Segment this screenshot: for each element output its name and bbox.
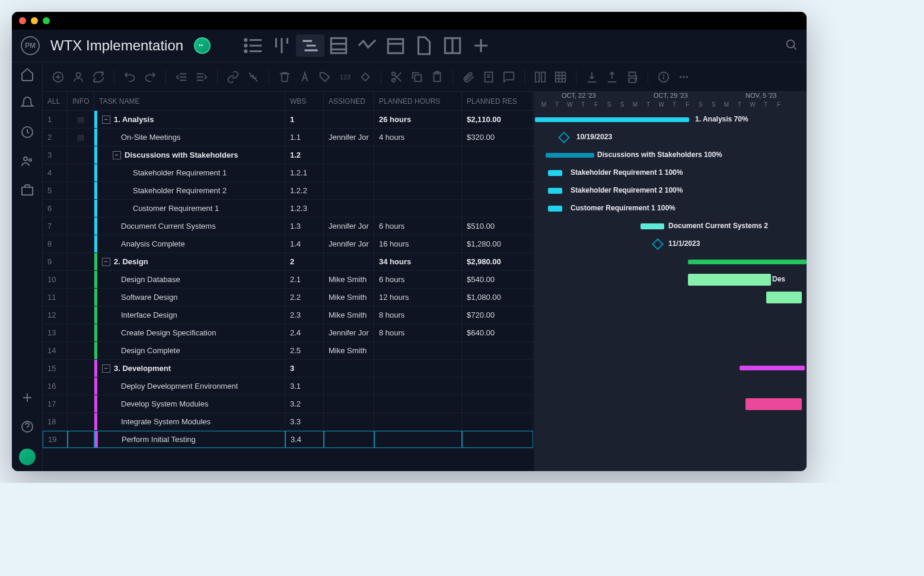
grid-icon[interactable] <box>554 71 567 84</box>
search-icon[interactable] <box>785 38 798 53</box>
milestone-diamond[interactable] <box>652 238 664 250</box>
wbs-cell[interactable]: 3.2 <box>285 395 324 412</box>
planned-res-cell[interactable] <box>462 164 533 181</box>
collapse-toggle[interactable]: − <box>102 116 110 124</box>
task-name-cell[interactable]: Document Current Systems <box>94 217 285 235</box>
help-icon[interactable] <box>20 420 34 434</box>
col-header-name[interactable]: TASK NAME <box>94 92 285 110</box>
print-icon[interactable] <box>626 71 639 84</box>
app-logo[interactable]: PM <box>21 36 40 55</box>
notifications-icon[interactable] <box>20 96 34 110</box>
copy-icon[interactable] <box>410 71 423 84</box>
planned-hours-cell[interactable]: 8 hours <box>374 324 462 341</box>
planned-res-cell[interactable]: $2,110.00 <box>462 111 533 128</box>
gantt-chart[interactable]: OCT, 22 '23OCT, 29 '23NOV, 5 '23 MTWTFSS… <box>535 92 807 471</box>
assign-icon[interactable] <box>72 71 85 84</box>
task-row[interactable]: 18Integrate System Modules3.3 <box>43 413 534 431</box>
assigned-cell[interactable] <box>324 164 374 181</box>
planned-hours-cell[interactable]: 8 hours <box>374 306 462 324</box>
task-row[interactable]: 1▤−1. Analysis126 hours$2,110.00 <box>43 111 534 129</box>
task-row[interactable]: 16Deploy Development Environment3.1 <box>43 377 534 395</box>
assigned-cell[interactable] <box>324 253 374 270</box>
planned-hours-cell[interactable] <box>374 431 462 448</box>
assigned-cell[interactable] <box>324 360 374 377</box>
assigned-cell[interactable]: Jennifer Jor <box>324 235 374 252</box>
assigned-cell[interactable] <box>324 377 374 395</box>
planned-res-cell[interactable]: $1,080.00 <box>462 289 533 306</box>
paste-icon[interactable] <box>431 71 444 84</box>
planned-hours-cell[interactable] <box>374 182 462 199</box>
task-name-cell[interactable]: −2. Design <box>94 253 285 270</box>
wbs-cell[interactable]: 3.4 <box>285 431 324 448</box>
planned-hours-cell[interactable] <box>374 164 462 181</box>
assigned-cell[interactable]: Mike Smith <box>324 271 374 288</box>
team-icon[interactable] <box>20 154 34 168</box>
maximize-button[interactable] <box>43 17 50 24</box>
collapse-toggle[interactable]: − <box>113 151 121 159</box>
wbs-cell[interactable]: 1.1 <box>285 129 324 146</box>
wbs-cell[interactable]: 2.3 <box>285 306 324 324</box>
assigned-cell[interactable] <box>324 413 374 430</box>
col-header-assigned[interactable]: ASSIGNED <box>324 92 374 110</box>
gantt-bar[interactable] <box>641 223 664 229</box>
wbs-cell[interactable]: 1.3 <box>285 217 324 235</box>
task-row[interactable]: 4Stakeholder Requirement 11.2.1 <box>43 164 534 182</box>
tag-icon[interactable] <box>318 71 332 84</box>
export-icon[interactable] <box>606 71 619 84</box>
planned-res-cell[interactable]: $2,980.00 <box>462 253 533 270</box>
board-view-icon[interactable] <box>267 34 296 57</box>
task-row[interactable]: 11Software Design2.2Mike Smith12 hours$1… <box>43 289 534 306</box>
priority-icon[interactable]: 123 <box>339 71 352 84</box>
sheet-view-icon[interactable] <box>324 34 353 57</box>
assigned-cell[interactable] <box>324 431 374 448</box>
planned-hours-cell[interactable] <box>374 342 462 359</box>
task-name-cell[interactable]: Interface Design <box>94 306 285 324</box>
unlink-icon[interactable] <box>247 71 260 84</box>
planned-res-cell[interactable] <box>462 413 533 430</box>
gantt-bar[interactable] <box>740 366 805 370</box>
wbs-cell[interactable]: 2.1 <box>285 271 324 288</box>
font-icon[interactable] <box>298 71 311 84</box>
close-button[interactable] <box>19 17 26 24</box>
planned-res-cell[interactable] <box>462 377 533 395</box>
planned-res-cell[interactable] <box>462 395 533 412</box>
task-row[interactable]: 3−Discussions with Stakeholders1.2 <box>43 146 534 164</box>
task-name-cell[interactable]: Design Database <box>94 271 285 288</box>
wbs-cell[interactable]: 2.5 <box>285 342 324 359</box>
planned-hours-cell[interactable] <box>374 200 462 217</box>
wbs-cell[interactable]: 2.2 <box>285 289 324 306</box>
time-icon[interactable] <box>20 125 34 139</box>
task-row[interactable]: 8Analysis Complete1.4Jennifer Jor16 hour… <box>43 235 534 253</box>
gantt-bar[interactable] <box>688 274 771 286</box>
planned-res-cell[interactable] <box>462 342 533 359</box>
user-avatar[interactable] <box>19 449 36 465</box>
planned-res-cell[interactable] <box>462 431 533 448</box>
assigned-cell[interactable] <box>324 200 374 217</box>
gantt-bar[interactable] <box>546 153 594 158</box>
gantt-bar[interactable] <box>688 260 807 264</box>
home-icon[interactable] <box>20 67 34 81</box>
outdent-icon[interactable] <box>175 71 188 84</box>
planned-hours-cell[interactable] <box>374 377 462 395</box>
planned-hours-cell[interactable]: 6 hours <box>374 217 462 235</box>
redo-icon[interactable] <box>144 71 157 84</box>
task-name-cell[interactable]: Deploy Development Environment <box>94 377 285 395</box>
task-row[interactable]: 7Document Current Systems1.3Jennifer Jor… <box>43 217 534 235</box>
task-name-cell[interactable]: Perform Initial Testing <box>94 431 285 448</box>
planned-res-cell[interactable] <box>462 182 533 199</box>
planned-hours-cell[interactable] <box>374 413 462 430</box>
planned-res-cell[interactable]: $510.00 <box>462 217 533 235</box>
gantt-bar[interactable] <box>535 117 689 122</box>
wbs-cell[interactable]: 1.2.2 <box>285 182 324 199</box>
indent-icon[interactable] <box>195 71 208 84</box>
task-row[interactable]: 12Interface Design2.3Mike Smith8 hours$7… <box>43 306 534 324</box>
assigned-cell[interactable] <box>324 182 374 199</box>
task-name-cell[interactable]: Customer Requirement 1 <box>94 200 285 217</box>
assigned-cell[interactable]: Mike Smith <box>324 306 374 324</box>
planned-hours-cell[interactable]: 34 hours <box>374 253 462 270</box>
planned-res-cell[interactable]: $540.00 <box>462 271 533 288</box>
planned-hours-cell[interactable] <box>374 146 462 164</box>
collapse-toggle[interactable]: − <box>102 364 110 373</box>
wbs-cell[interactable]: 3 <box>285 360 324 377</box>
add-task-icon[interactable] <box>52 71 65 84</box>
